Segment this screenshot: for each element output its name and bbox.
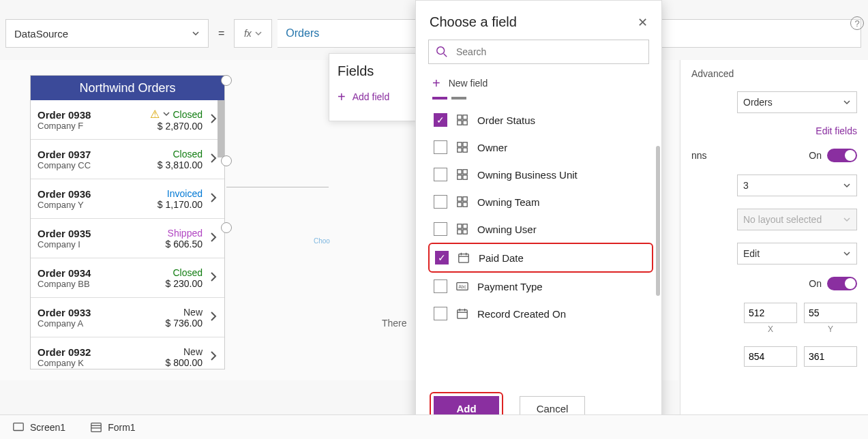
order-amount: $ 606.50	[166, 239, 203, 249]
tab-advanced[interactable]: Advanced	[691, 68, 857, 79]
order-title: Order 0935	[38, 228, 91, 239]
calendar-icon	[457, 251, 470, 264]
field-label: Paid Date	[479, 252, 524, 264]
scrollbar[interactable]	[656, 146, 660, 296]
field-row[interactable]: ✓ Paid Date	[428, 243, 653, 273]
order-amount: $ 2,870.00	[147, 121, 203, 132]
chevron-right-icon	[209, 112, 218, 127]
equals-sign: =	[214, 27, 228, 40]
order-amount: $ 736.00	[166, 318, 203, 329]
visible-toggle[interactable]	[827, 277, 857, 290]
filter-tabs[interactable]	[416, 95, 661, 104]
scrollbar[interactable]	[218, 100, 224, 157]
order-status: ⚠ Closed	[147, 108, 203, 121]
order-title: Order 0938	[38, 109, 91, 121]
field-row[interactable]: Owning Team	[428, 188, 657, 215]
field-label: Order Status	[477, 115, 535, 126]
svg-rect-19	[463, 224, 467, 228]
width-input[interactable]	[744, 303, 797, 323]
height-input[interactable]	[804, 303, 857, 323]
y-input[interactable]	[804, 346, 857, 367]
order-item[interactable]: Order 0932 Company K New $ 800.00	[31, 337, 224, 369]
calendar-icon	[455, 307, 469, 320]
new-field-button[interactable]: + New field	[416, 71, 661, 95]
layout-value: No layout selected	[743, 214, 822, 225]
default-mode-select[interactable]: Edit	[737, 243, 857, 264]
order-title: Order 0933	[38, 307, 91, 318]
close-icon[interactable]: ✕	[638, 15, 648, 30]
svg-rect-3	[463, 115, 467, 119]
lookup-icon	[455, 195, 469, 209]
order-title: Order 0934	[38, 267, 91, 279]
order-item[interactable]: Order 0938 Company F ⚠ Closed $ 2,870.00	[31, 100, 224, 140]
svg-rect-17	[463, 202, 467, 207]
order-amount: $ 800.00	[166, 357, 203, 368]
order-gallery[interactable]: Northwind Orders Order 0938 Company F ⚠ …	[30, 75, 225, 369]
checkbox[interactable]	[434, 140, 447, 154]
svg-rect-16	[458, 202, 462, 207]
svg-rect-9	[463, 148, 467, 152]
field-search[interactable]	[428, 40, 649, 64]
property-dropdown[interactable]: DataSource	[5, 19, 209, 48]
svg-rect-2	[458, 115, 462, 119]
field-row[interactable]: ✓ Order Status	[428, 106, 657, 134]
fx-button[interactable]: fx	[234, 19, 272, 48]
snap-toggle[interactable]	[827, 149, 857, 162]
order-item[interactable]: Order 0934 Company BB Closed $ 230.00	[31, 258, 224, 298]
order-item[interactable]: Order 0936 Company Y Invoiced $ 1,170.00	[31, 179, 224, 219]
field-label: Payment Type	[477, 281, 543, 292]
checkbox[interactable]	[434, 168, 447, 181]
chevron-down-icon	[254, 29, 263, 37]
abc-icon: Abc	[455, 279, 469, 293]
breadcrumb-tabs: Screen1 Form1	[0, 414, 868, 439]
datasource-select[interactable]: Orders	[737, 91, 857, 113]
chevron-right-icon	[209, 270, 218, 286]
svg-rect-15	[463, 197, 467, 201]
choose-field-title: Choose a field	[430, 14, 517, 30]
help-icon[interactable]: ?	[850, 16, 864, 30]
layout-select[interactable]: No layout selected	[737, 209, 857, 230]
order-item[interactable]: Order 0935 Company I Shipped $ 606.50	[31, 219, 224, 258]
order-status: Shipped	[166, 228, 203, 239]
chevron-down-icon	[843, 181, 851, 190]
svg-rect-32	[14, 423, 23, 430]
checkbox[interactable]	[434, 195, 447, 209]
svg-point-0	[437, 47, 445, 55]
order-amount: $ 1,170.00	[158, 199, 203, 210]
tab-form1[interactable]: Form1	[78, 415, 147, 439]
tab-screen1[interactable]: Screen1	[0, 415, 78, 439]
field-row[interactable]: Record Created On	[428, 300, 657, 327]
resize-handle[interactable]	[221, 155, 232, 166]
add-field-button[interactable]: + Add field	[338, 90, 407, 104]
field-row[interactable]: Abc Payment Type	[428, 273, 657, 300]
field-row[interactable]: Owning Business Unit	[428, 161, 657, 188]
search-input[interactable]	[455, 46, 642, 58]
field-row[interactable]: Owner	[428, 134, 657, 161]
chevron-right-icon	[209, 230, 218, 246]
svg-rect-7	[463, 142, 467, 147]
svg-rect-33	[91, 423, 101, 432]
columns-select[interactable]: 3	[737, 175, 857, 196]
checkbox[interactable]	[434, 307, 447, 320]
order-status: Closed	[166, 267, 203, 278]
checkbox[interactable]	[434, 279, 447, 293]
x-input[interactable]	[744, 346, 797, 367]
search-icon	[436, 46, 448, 58]
checkbox[interactable]: ✓	[435, 251, 449, 264]
order-title: Order 0936	[38, 188, 91, 200]
order-item[interactable]: Order 0933 Company A New $ 736.00	[31, 298, 224, 337]
tab-label: Screen1	[30, 422, 65, 433]
resize-handle[interactable]	[221, 222, 232, 233]
checkbox[interactable]	[434, 222, 447, 236]
checkbox[interactable]: ✓	[434, 113, 447, 127]
edit-fields-link[interactable]: Edit fields	[815, 125, 857, 136]
order-title: Order 0932	[38, 346, 91, 358]
field-label: Owner	[477, 142, 507, 153]
tab-label: Form1	[108, 422, 135, 433]
order-item[interactable]: Order 0937 Company CC Closed $ 3,810.00	[31, 140, 224, 179]
lookup-icon	[455, 168, 469, 181]
field-label: Owning Team	[477, 196, 539, 208]
field-row[interactable]: Owning User	[428, 215, 657, 243]
resize-handle[interactable]	[221, 75, 232, 86]
svg-rect-14	[458, 197, 462, 201]
